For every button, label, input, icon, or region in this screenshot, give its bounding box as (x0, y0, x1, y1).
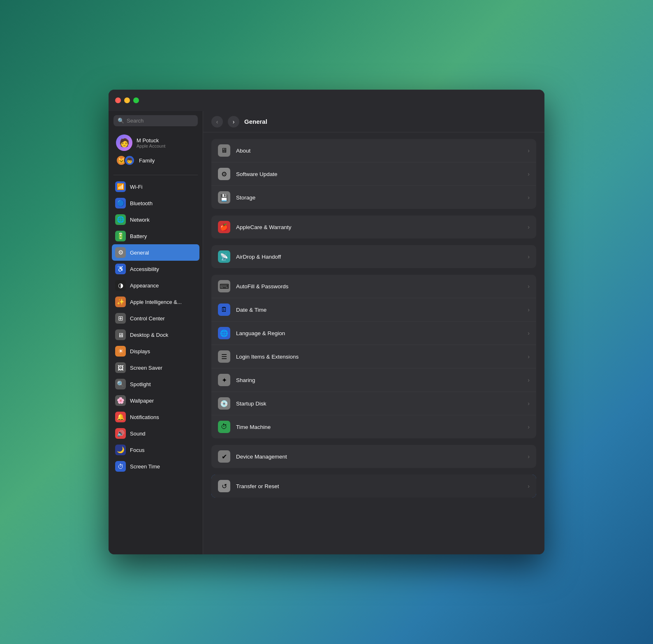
setting-row-language[interactable]: 🌐Language & Region› (211, 322, 536, 345)
sidebar-label-bluetooth: Bluetooth (130, 200, 153, 206)
setting-icon-airdrop: 📡 (218, 250, 230, 263)
setting-label-about: About (236, 148, 522, 154)
setting-icon-about: 🖥 (218, 144, 230, 157)
titlebar (109, 90, 544, 111)
sidebar-icon-apple-intelligence: ✨ (115, 297, 126, 307)
chevron-icon-sharing: › (528, 377, 530, 383)
setting-row-software-update[interactable]: ⚙Software Update› (211, 162, 536, 186)
sidebar-item-apple-intelligence[interactable]: ✨Apple Intelligence &... (112, 294, 199, 310)
system-preferences-window: 🔍 Search 🧑 M Potuck Apple Account (109, 90, 544, 554)
user-profile-item[interactable]: 🧑 M Potuck Apple Account (113, 133, 198, 153)
sidebar-item-appearance[interactable]: ◑Appearance (112, 277, 199, 294)
sidebar-item-focus[interactable]: 🌙Focus (112, 442, 199, 458)
setting-row-transfer-reset[interactable]: ↺Transfer or Reset› (211, 475, 536, 498)
sidebar-item-spotlight[interactable]: 🔍Spotlight (112, 376, 199, 392)
sidebar-icon-appearance: ◑ (115, 280, 126, 291)
setting-row-autofill[interactable]: ⌨AutoFill & Passwords› (211, 275, 536, 298)
sidebar-item-wallpaper[interactable]: 🌸Wallpaper (112, 392, 199, 409)
chevron-icon-datetime: › (528, 306, 530, 313)
family-item[interactable]: 🐱 👦 Family (113, 153, 198, 168)
sidebar-label-network: Network (130, 217, 150, 223)
settings-group-group5: ✔Device Management› (211, 445, 536, 468)
search-box[interactable]: 🔍 Search (113, 115, 198, 126)
sidebar-icon-focus: 🌙 (115, 445, 126, 455)
setting-icon-applecare: 🍎 (218, 221, 230, 233)
sidebar-item-network[interactable]: 🌐Network (112, 211, 199, 228)
sidebar-item-wifi[interactable]: 📶Wi-Fi (112, 178, 199, 195)
setting-label-language: Language & Region (236, 330, 522, 336)
sidebar-items: 📶Wi-Fi🔵Bluetooth🌐Network🔋Battery⚙General… (109, 177, 203, 476)
setting-label-storage: Storage (236, 195, 522, 201)
setting-row-applecare[interactable]: 🍎AppleCare & Warranty› (211, 215, 536, 239)
nav-back-button[interactable]: ‹ (211, 116, 223, 127)
main-header: ‹ › General (203, 111, 544, 132)
settings-group-group6: ↺Transfer or Reset› (211, 475, 536, 498)
sidebar-item-accessibility[interactable]: ♿Accessibility (112, 261, 199, 277)
setting-row-startup[interactable]: 💿Startup Disk› (211, 392, 536, 415)
sidebar-icon-accessibility: ♿ (115, 264, 126, 274)
setting-icon-sharing: ✦ (218, 374, 230, 386)
sidebar-item-displays[interactable]: ☀Displays (112, 343, 199, 359)
maximize-button[interactable] (133, 97, 139, 103)
sidebar-label-displays: Displays (130, 348, 150, 354)
main-scroll[interactable]: 🖥About›⚙Software Update›💾Storage›🍎AppleC… (203, 132, 544, 554)
family-label: Family (139, 158, 155, 164)
chevron-icon-applecare: › (528, 224, 530, 230)
chevron-icon-login: › (528, 353, 530, 360)
setting-label-autofill: AutoFill & Passwords (236, 283, 522, 290)
user-info: M Potuck Apple Account (137, 137, 165, 148)
user-subtitle: Apple Account (137, 144, 165, 148)
settings-group-group2: 🍎AppleCare & Warranty› (211, 215, 536, 239)
setting-icon-software-update: ⚙ (218, 168, 230, 180)
sidebar-label-spotlight: Spotlight (130, 381, 151, 387)
sidebar-item-screen-time[interactable]: ⏱Screen Time (112, 458, 199, 475)
setting-label-startup: Startup Disk (236, 401, 522, 407)
setting-row-login[interactable]: ☰Login Items & Extensions› (211, 345, 536, 368)
setting-row-airdrop[interactable]: 📡AirDrop & Handoff› (211, 245, 536, 268)
setting-row-timemachine[interactable]: ⏱Time Machine› (211, 415, 536, 438)
setting-label-datetime: Date & Time (236, 307, 522, 313)
avatar: 🧑 (116, 134, 132, 151)
sidebar-item-control-center[interactable]: ⊞Control Center (112, 310, 199, 327)
sidebar-item-desktop-dock[interactable]: 🖥Desktop & Dock (112, 327, 199, 343)
traffic-lights (115, 97, 139, 103)
chevron-icon-about: › (528, 147, 530, 154)
setting-label-sharing: Sharing (236, 377, 522, 383)
sidebar-scroll[interactable]: 🧑 M Potuck Apple Account 🐱 👦 Family (109, 130, 203, 554)
sidebar-icon-spotlight: 🔍 (115, 379, 126, 389)
chevron-icon-autofill: › (528, 283, 530, 290)
sidebar-label-accessibility: Accessibility (130, 266, 159, 272)
chevron-icon-startup: › (528, 400, 530, 407)
search-placeholder: Search (127, 118, 144, 124)
setting-row-datetime[interactable]: 🗓Date & Time› (211, 298, 536, 322)
setting-label-software-update: Software Update (236, 171, 522, 177)
close-button[interactable] (115, 97, 121, 103)
setting-row-sharing[interactable]: ✦Sharing› (211, 368, 536, 392)
sidebar-icon-network: 🌐 (115, 214, 126, 225)
setting-label-login: Login Items & Extensions (236, 354, 522, 360)
setting-row-device-mgmt[interactable]: ✔Device Management› (211, 445, 536, 468)
minimize-button[interactable] (124, 97, 130, 103)
setting-row-storage[interactable]: 💾Storage› (211, 186, 536, 209)
setting-icon-language: 🌐 (218, 327, 230, 339)
sidebar-item-general[interactable]: ⚙General (112, 244, 199, 261)
sidebar-icon-displays: ☀ (115, 346, 126, 357)
settings-group-group3: 📡AirDrop & Handoff› (211, 245, 536, 268)
setting-icon-transfer-reset: ↺ (218, 480, 230, 492)
setting-icon-autofill: ⌨ (218, 280, 230, 292)
sidebar-item-battery[interactable]: 🔋Battery (112, 228, 199, 244)
nav-forward-button[interactable]: › (228, 116, 239, 127)
sidebar-item-notifications[interactable]: 🔔Notifications (112, 409, 199, 425)
sidebar-label-battery: Battery (130, 233, 147, 239)
sidebar-item-bluetooth[interactable]: 🔵Bluetooth (112, 195, 199, 211)
sidebar-label-wifi: Wi-Fi (130, 184, 142, 190)
sidebar-item-sound[interactable]: 🔊Sound (112, 425, 199, 442)
setting-label-applecare: AppleCare & Warranty (236, 224, 522, 230)
family-avatar-2: 👦 (124, 155, 135, 166)
sidebar-label-appearance: Appearance (130, 283, 159, 289)
setting-label-device-mgmt: Device Management (236, 454, 522, 460)
sidebar-item-screen-saver[interactable]: 🖼Screen Saver (112, 359, 199, 376)
sidebar-icon-notifications: 🔔 (115, 412, 126, 422)
setting-row-about[interactable]: 🖥About› (211, 139, 536, 162)
sidebar-icon-desktop-dock: 🖥 (115, 329, 126, 340)
